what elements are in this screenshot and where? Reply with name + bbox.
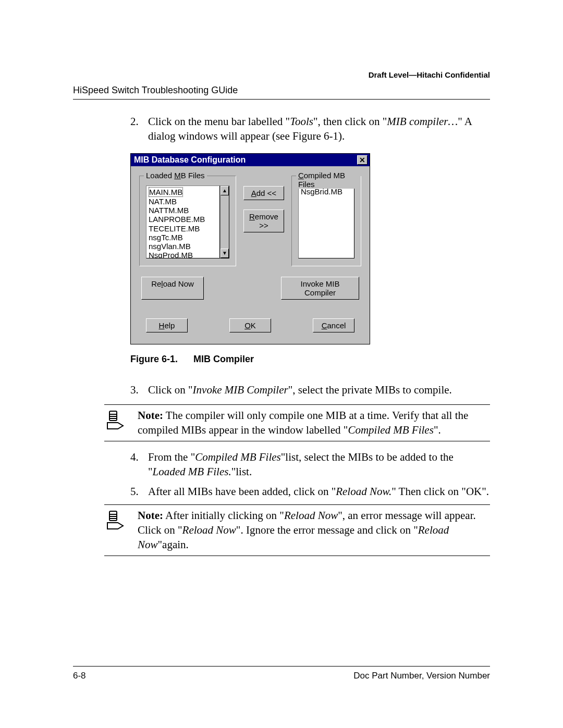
step-3-text-a: Click on " [148,384,193,396]
add-button[interactable]: Add << [243,186,284,200]
loaded-legend: Loaded MB Files [144,171,207,180]
note2-label: Note: [138,509,163,522]
step-5-num: 5. [130,484,148,499]
loaded-groupbox: Loaded MB Files MAIN.MB NAT.MB NATTM.MB … [139,176,236,266]
doc-title: HiSpeed Switch Troubleshooting GUide [73,85,490,96]
reload-now-button[interactable]: Reload Now [141,277,204,300]
step-2-text-c: ", then click on " [313,115,387,128]
note1-b: Compiled MB Files [348,424,433,436]
scrollbar[interactable]: ▲ ▼ [220,186,229,258]
scroll-up-icon[interactable]: ▲ [221,186,229,195]
step-4-num: 4. [130,450,148,479]
footer-rule [73,666,490,667]
step-2-tools: Tools [290,115,313,128]
step-2-num: 2. [130,114,148,144]
step-4-a: From the " [148,451,195,463]
list-item[interactable]: nsgVlan.MB [149,242,191,251]
page-number: 6-8 [73,671,86,681]
list-item[interactable]: NAT.MB [149,197,177,206]
step-2-text-a: Click on the menu bar labelled " [148,115,290,128]
step-2: 2. Click on the menu bar labelled "Tools… [130,114,490,144]
step-5-c: " Then click on "OK". [391,485,489,498]
note-icon [104,509,126,532]
remove-button[interactable]: Remove >> [243,209,284,232]
step-4-d: Loaded MB Files. [153,465,231,478]
step-5: 5. After all MIBs have been added, click… [130,484,490,499]
note2-b: Reload Now [284,509,338,522]
compiled-listbox[interactable]: NsgBrid.MB [298,186,354,258]
doc-info: Doc Part Number, Version Number [353,671,490,681]
step-2-mibcompiler: MIB compiler… [387,115,458,128]
note2-d: Reload Now [182,524,236,536]
help-button[interactable]: Help [146,318,188,332]
note2-g: "again. [158,538,189,551]
note2-rule-bottom [104,556,490,556]
step-5-a: After all MIBs have been added, click on… [148,485,336,498]
dialog-title: MIB Database Configuration [134,155,246,165]
note1-label: Note: [138,409,163,422]
note-1: Note: The compiler will only compile one… [104,408,490,438]
note1-c: ". [434,424,441,436]
invoke-compiler-button[interactable]: Invoke MIB Compiler [281,277,359,300]
step-3-text-c: ", select the private MIBs to compile. [288,384,452,396]
note2-rule-top [104,504,490,505]
list-item[interactable]: nsgTc.MB [149,233,183,242]
header-rule [73,99,490,100]
dialog-titlebar: MIB Database Configuration ✕ [131,154,370,166]
note-icon [104,409,126,432]
compiled-groupbox: Compiled MB Files NsgBrid.MB [291,176,361,266]
figure-caption: Figure 6-1. MIB Compiler [130,354,490,365]
list-item[interactable]: NATTM.MB [149,206,189,215]
note2-e: ". Ignore the error message and click on… [236,524,418,536]
list-item[interactable]: NsgProd.MB [149,251,193,258]
step-4: 4. From the "Compiled MB Files"list, sel… [130,450,490,479]
cancel-button[interactable]: Cancel [313,318,354,332]
list-item[interactable]: LANPROBE.MB [149,215,205,224]
list-item[interactable]: TECELITE.MB [149,224,200,233]
step-3-num: 3. [130,382,148,397]
loaded-listbox[interactable]: MAIN.MB NAT.MB NATTM.MB LANPROBE.MB TECE… [146,186,220,258]
figure-label: Figure 6-1. [130,354,178,364]
mib-dialog: MIB Database Configuration ✕ Loaded MB F… [130,153,370,344]
close-icon[interactable]: ✕ [357,155,368,165]
note2-a: After initially clicking on " [163,509,284,522]
note1-rule-top [104,404,490,405]
ok-button[interactable]: OK [229,318,271,332]
step-3: 3. Click on "Invoke MIB Compiler", selec… [130,382,490,397]
figure-title: MIB Compiler [193,354,254,364]
step-3-invoke: Invoke MIB Compiler [193,384,288,396]
confidential-header: Draft Level—Hitachi Confidential [369,70,490,79]
list-item[interactable]: MAIN.MB [149,187,183,197]
step-5-b: Reload Now. [336,485,391,498]
note-2: Note: After initially clicking on "Reloa… [104,508,490,552]
step-4-b: Compiled MB Files [195,451,280,463]
page-footer: 6-8 Doc Part Number, Version Number [73,663,490,681]
note1-rule-bottom [104,441,490,441]
step-4-e: "list. [231,465,252,478]
scroll-down-icon[interactable]: ▼ [221,249,229,258]
compiled-legend: Compiled MB Files [296,171,361,189]
